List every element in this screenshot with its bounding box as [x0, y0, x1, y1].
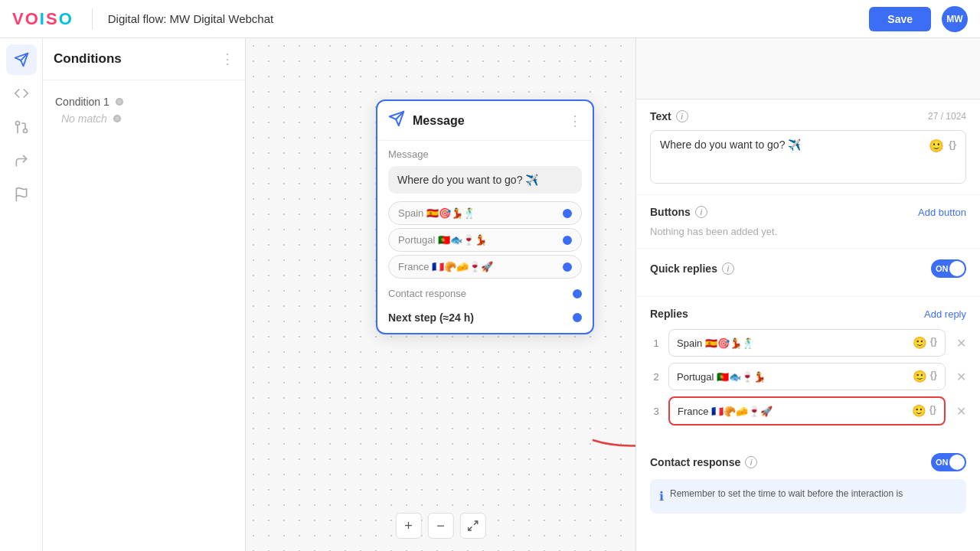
reply-2-variable-icon[interactable]: {}	[930, 370, 937, 383]
contact-response-toggle[interactable]: ON	[931, 453, 966, 471]
reply-chip-3: France 🇫🇷🥐🧀🍷🚀	[388, 255, 582, 279]
message-node-title: Message	[413, 114, 465, 128]
message-bubble: Where do you want to go? ✈️	[388, 166, 582, 194]
reply-chip-1-dot	[563, 209, 572, 218]
char-count: 27 / 1024	[928, 111, 966, 122]
sidebar-item-flag[interactable]	[6, 179, 37, 210]
reply-1-variable-icon[interactable]: {}	[930, 336, 937, 350]
conditions-panel: Conditions ⋮ Condition 1 No match	[43, 38, 246, 551]
add-reply-link[interactable]: Add reply	[924, 308, 966, 320]
zoom-in-button[interactable]: +	[396, 513, 422, 539]
contact-response-section: Contact response i ON ℹ Remember to set …	[636, 442, 980, 524]
reply-chip-3-text: France 🇫🇷🥐🧀🍷🚀	[398, 261, 493, 272]
quick-replies-header: Quick replies i ON	[650, 259, 966, 278]
conditions-menu-button[interactable]: ⋮	[220, 51, 234, 67]
contact-response-row: Contact response	[377, 282, 593, 305]
logo-o2: O	[59, 9, 74, 28]
reply-3-close-button[interactable]: ✕	[956, 404, 966, 419]
info-box: ℹ Remember to set the time to wait befor…	[650, 479, 966, 514]
reply-chip-2: Portugal 🇵🇹🐟🍷💃	[388, 228, 582, 252]
node-menu-button[interactable]: ⋮	[568, 112, 582, 129]
page-title: Digital flow: MW Digital Webchat	[108, 12, 870, 25]
header-divider	[92, 8, 93, 30]
text-section-title: Text i	[650, 110, 688, 122]
buttons-section: Buttons i Add button Nothing has been ad…	[636, 195, 980, 249]
text-area-value: Where do you want to go? ✈️	[660, 139, 801, 151]
replies-section: Replies Add reply 1 Spain 🇪🇸🎯💃🕺 🙂 {} ✕ 2	[636, 297, 980, 442]
reply-chip-1-text: Spain 🇪🇸🎯💃🕺	[398, 207, 475, 219]
quick-replies-section: Quick replies i ON	[636, 249, 980, 297]
svg-line-8	[474, 521, 478, 525]
condition-label: Condition 1	[55, 96, 109, 108]
message-node: Message ⋮ Message Where do you want to g…	[376, 99, 594, 334]
reply-3-variable-icon[interactable]: {}	[929, 404, 936, 418]
message-title-row: Message	[388, 110, 465, 131]
reply-chip-2-dot	[563, 236, 572, 245]
header: VOISO Digital flow: MW Digital Webchat S…	[0, 0, 980, 38]
message-node-header: Message ⋮	[377, 101, 593, 141]
avatar: MW	[942, 6, 968, 32]
reply-chip-3-dot	[563, 262, 572, 272]
contact-response-title: Contact response i	[650, 456, 757, 468]
save-button[interactable]: Save	[869, 7, 931, 31]
next-step-label: Next step (≈24 h)	[388, 311, 474, 324]
reply-3-emoji-icon[interactable]: 🙂	[912, 404, 926, 418]
reply-2-close-button[interactable]: ✕	[956, 370, 966, 384]
reply-input-1[interactable]: Spain 🇪🇸🎯💃🕺 🙂 {}	[668, 329, 946, 357]
reply-1-emoji-icon[interactable]: 🙂	[913, 336, 927, 350]
emoji-icon[interactable]: 🙂	[929, 139, 944, 153]
text-section-header: Text i 27 / 1024	[650, 110, 966, 122]
reply-2-text: Portugal 🇵🇹🐟🍷💃	[677, 371, 766, 383]
no-match-dot	[113, 115, 121, 122]
reply-1-close-button[interactable]: ✕	[956, 336, 966, 350]
replies-header: Replies Add reply	[650, 308, 966, 320]
contact-response-info-icon: i	[745, 456, 757, 468]
condition-item: Condition 1 No match	[43, 80, 245, 131]
sidebar-item-send[interactable]	[6, 44, 37, 75]
svg-line-9	[469, 527, 472, 530]
toggle-knob	[949, 261, 965, 276]
text-section: Text i 27 / 1024 Where do you want to go…	[636, 99, 980, 195]
no-match-label: No match	[61, 112, 107, 125]
sidebar-item-code[interactable]	[6, 78, 37, 109]
logo: VOISO	[12, 9, 74, 29]
reply-1-text: Spain 🇪🇸🎯💃🕺	[677, 337, 754, 349]
reply-1-icons: 🙂 {}	[913, 336, 937, 350]
buttons-section-title: Buttons i	[650, 206, 707, 218]
reply-3-text: France 🇫🇷🥐🧀🍷🚀	[678, 406, 773, 417]
nothing-added-text: Nothing has been added yet.	[650, 226, 966, 237]
zoom-out-button[interactable]: −	[428, 513, 454, 539]
reply-chip-2-text: Portugal 🇵🇹🐟🍷💃	[398, 234, 487, 246]
contact-response-dot	[573, 289, 582, 298]
sidebar-item-redirect[interactable]	[6, 145, 37, 176]
reply-num-3: 3	[650, 406, 662, 417]
condition-dot	[116, 98, 123, 106]
quick-replies-info-icon: i	[722, 262, 734, 275]
buttons-section-header: Buttons i Add button	[650, 206, 966, 218]
reply-input-2[interactable]: Portugal 🇵🇹🐟🍷💃 🙂 {}	[668, 363, 946, 390]
reply-row-2: 2 Portugal 🇵🇹🐟🍷💃 🙂 {} ✕	[650, 363, 966, 390]
variable-icon[interactable]: {}	[949, 139, 956, 153]
right-panel-top	[636, 38, 980, 99]
text-info-icon: i	[676, 110, 688, 122]
next-step-row: Next step (≈24 h)	[377, 305, 593, 333]
reply-2-icons: 🙂 {}	[913, 370, 937, 383]
reply-input-3[interactable]: France 🇫🇷🥐🧀🍷🚀 🙂 {}	[668, 396, 946, 425]
contact-response-label: Contact response	[388, 288, 466, 299]
info-box-text: Remember to set the time to wait before …	[670, 487, 903, 506]
conditions-header: Conditions ⋮	[43, 38, 245, 80]
text-area[interactable]: Where do you want to go? ✈️ 🙂 {}	[650, 130, 966, 184]
reply-3-icons: 🙂 {}	[912, 404, 936, 418]
canvas: Message ⋮ Message Where do you want to g…	[246, 38, 635, 551]
add-button-link[interactable]: Add button	[918, 207, 966, 218]
reply-2-emoji-icon[interactable]: 🙂	[913, 370, 927, 383]
reply-row-1: 1 Spain 🇪🇸🎯💃🕺 🙂 {} ✕	[650, 329, 966, 357]
logo-v: V	[12, 9, 25, 28]
conditions-title: Conditions	[54, 51, 122, 67]
quick-replies-toggle[interactable]: ON	[931, 259, 966, 278]
quick-replies-toggle-label: ON	[936, 264, 949, 273]
fullscreen-button[interactable]	[460, 513, 486, 539]
quick-replies-title: Quick replies i	[650, 262, 734, 275]
logo-i: I	[40, 9, 46, 28]
sidebar-item-branch[interactable]	[6, 112, 37, 142]
